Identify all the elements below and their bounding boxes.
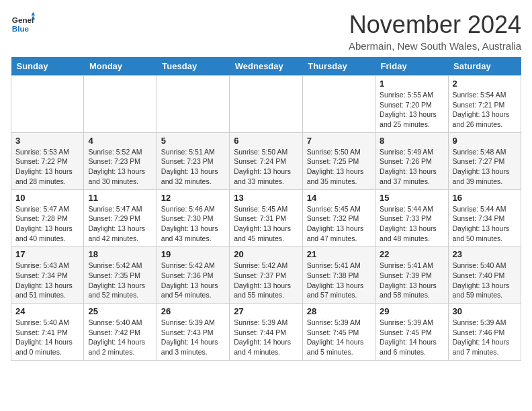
day-info: Sunrise: 5:47 AM Sunset: 7:29 PM Dayligh… <box>88 204 152 244</box>
calendar-cell: 23Sunrise: 5:40 AM Sunset: 7:40 PM Dayli… <box>448 246 521 304</box>
calendar-week-row: 17Sunrise: 5:43 AM Sunset: 7:34 PM Dayli… <box>11 246 521 304</box>
day-number: 22 <box>380 249 443 259</box>
day-info: Sunrise: 5:39 AM Sunset: 7:46 PM Dayligh… <box>453 318 517 357</box>
day-info: Sunrise: 5:48 AM Sunset: 7:27 PM Dayligh… <box>453 147 517 187</box>
title-block: November 2024 Abermain, New South Wales,… <box>349 11 521 52</box>
day-info: Sunrise: 5:41 AM Sunset: 7:39 PM Dayligh… <box>380 261 443 300</box>
day-number: 2 <box>453 79 517 89</box>
weekday-header-friday: Friday <box>375 57 448 76</box>
calendar-cell <box>230 76 302 133</box>
calendar-cell: 16Sunrise: 5:44 AM Sunset: 7:34 PM Dayli… <box>448 189 521 246</box>
calendar-cell: 22Sunrise: 5:41 AM Sunset: 7:39 PM Dayli… <box>375 246 448 304</box>
day-number: 17 <box>15 249 79 259</box>
location: Abermain, New South Wales, Australia <box>349 40 521 52</box>
calendar-cell: 29Sunrise: 5:39 AM Sunset: 7:45 PM Dayli… <box>375 304 448 361</box>
day-info: Sunrise: 5:40 AM Sunset: 7:40 PM Dayligh… <box>453 261 517 300</box>
calendar-cell: 8Sunrise: 5:49 AM Sunset: 7:26 PM Daylig… <box>375 132 448 189</box>
day-info: Sunrise: 5:40 AM Sunset: 7:42 PM Dayligh… <box>88 318 152 357</box>
calendar-cell: 27Sunrise: 5:39 AM Sunset: 7:44 PM Dayli… <box>230 304 302 361</box>
weekday-header-saturday: Saturday <box>448 57 521 76</box>
logo-icon: General Blue <box>11 11 35 35</box>
day-info: Sunrise: 5:45 AM Sunset: 7:31 PM Dayligh… <box>234 204 298 244</box>
day-number: 16 <box>453 193 517 203</box>
calendar-cell: 10Sunrise: 5:47 AM Sunset: 7:28 PM Dayli… <box>11 189 84 246</box>
calendar-cell: 15Sunrise: 5:44 AM Sunset: 7:33 PM Dayli… <box>375 189 448 246</box>
calendar-cell: 14Sunrise: 5:45 AM Sunset: 7:32 PM Dayli… <box>302 189 375 246</box>
calendar-cell: 19Sunrise: 5:42 AM Sunset: 7:36 PM Dayli… <box>157 246 229 304</box>
day-info: Sunrise: 5:46 AM Sunset: 7:30 PM Dayligh… <box>161 204 225 244</box>
day-number: 14 <box>307 193 371 203</box>
day-number: 11 <box>88 193 152 203</box>
day-number: 27 <box>234 306 298 316</box>
day-number: 19 <box>161 249 225 259</box>
day-info: Sunrise: 5:43 AM Sunset: 7:34 PM Dayligh… <box>15 261 79 300</box>
calendar-week-row: 10Sunrise: 5:47 AM Sunset: 7:28 PM Dayli… <box>11 189 521 246</box>
calendar-cell <box>302 76 375 133</box>
day-info: Sunrise: 5:41 AM Sunset: 7:38 PM Dayligh… <box>307 261 371 300</box>
calendar-cell: 1Sunrise: 5:55 AM Sunset: 7:20 PM Daylig… <box>375 76 448 133</box>
day-info: Sunrise: 5:42 AM Sunset: 7:37 PM Dayligh… <box>234 261 298 300</box>
day-info: Sunrise: 5:44 AM Sunset: 7:33 PM Dayligh… <box>380 204 443 244</box>
day-info: Sunrise: 5:40 AM Sunset: 7:41 PM Dayligh… <box>15 318 79 357</box>
day-info: Sunrise: 5:53 AM Sunset: 7:22 PM Dayligh… <box>15 147 79 187</box>
calendar-cell: 4Sunrise: 5:52 AM Sunset: 7:23 PM Daylig… <box>84 132 157 189</box>
day-number: 24 <box>15 306 79 316</box>
calendar-cell: 3Sunrise: 5:53 AM Sunset: 7:22 PM Daylig… <box>11 132 84 189</box>
day-info: Sunrise: 5:45 AM Sunset: 7:32 PM Dayligh… <box>307 204 371 244</box>
day-info: Sunrise: 5:49 AM Sunset: 7:26 PM Dayligh… <box>380 147 443 187</box>
calendar-cell: 6Sunrise: 5:50 AM Sunset: 7:24 PM Daylig… <box>230 132 302 189</box>
calendar-cell: 13Sunrise: 5:45 AM Sunset: 7:31 PM Dayli… <box>230 189 302 246</box>
day-number: 8 <box>380 136 443 146</box>
calendar-cell <box>84 76 157 133</box>
calendar-cell: 26Sunrise: 5:39 AM Sunset: 7:43 PM Dayli… <box>157 304 229 361</box>
calendar-week-row: 1Sunrise: 5:55 AM Sunset: 7:20 PM Daylig… <box>11 76 521 133</box>
weekday-header-tuesday: Tuesday <box>157 57 229 76</box>
day-number: 25 <box>88 306 152 316</box>
calendar-cell: 30Sunrise: 5:39 AM Sunset: 7:46 PM Dayli… <box>448 304 521 361</box>
svg-marker-2 <box>32 12 35 15</box>
day-number: 12 <box>161 193 225 203</box>
day-info: Sunrise: 5:39 AM Sunset: 7:43 PM Dayligh… <box>161 318 225 357</box>
day-number: 23 <box>453 249 517 259</box>
calendar-cell: 7Sunrise: 5:50 AM Sunset: 7:25 PM Daylig… <box>302 132 375 189</box>
calendar-cell: 24Sunrise: 5:40 AM Sunset: 7:41 PM Dayli… <box>11 304 84 361</box>
calendar-cell: 28Sunrise: 5:39 AM Sunset: 7:45 PM Dayli… <box>302 304 375 361</box>
day-info: Sunrise: 5:50 AM Sunset: 7:24 PM Dayligh… <box>234 147 298 187</box>
day-info: Sunrise: 5:47 AM Sunset: 7:28 PM Dayligh… <box>15 204 79 244</box>
calendar-cell: 18Sunrise: 5:42 AM Sunset: 7:35 PM Dayli… <box>84 246 157 304</box>
day-number: 18 <box>88 249 152 259</box>
day-info: Sunrise: 5:39 AM Sunset: 7:45 PM Dayligh… <box>307 318 371 357</box>
day-number: 29 <box>380 306 443 316</box>
calendar-week-row: 24Sunrise: 5:40 AM Sunset: 7:41 PM Dayli… <box>11 304 521 361</box>
day-number: 7 <box>307 136 371 146</box>
day-info: Sunrise: 5:50 AM Sunset: 7:25 PM Dayligh… <box>307 147 371 187</box>
day-number: 10 <box>15 193 79 203</box>
weekday-header-thursday: Thursday <box>302 57 375 76</box>
day-info: Sunrise: 5:55 AM Sunset: 7:20 PM Dayligh… <box>380 90 443 130</box>
calendar-cell: 9Sunrise: 5:48 AM Sunset: 7:27 PM Daylig… <box>448 132 521 189</box>
calendar-cell <box>157 76 229 133</box>
calendar-cell: 21Sunrise: 5:41 AM Sunset: 7:38 PM Dayli… <box>302 246 375 304</box>
calendar-cell: 12Sunrise: 5:46 AM Sunset: 7:30 PM Dayli… <box>157 189 229 246</box>
day-info: Sunrise: 5:42 AM Sunset: 7:35 PM Dayligh… <box>88 261 152 300</box>
day-number: 26 <box>161 306 225 316</box>
svg-text:Blue: Blue <box>12 24 30 33</box>
page-header: General Blue November 2024 Abermain, New… <box>11 11 521 52</box>
calendar-cell: 20Sunrise: 5:42 AM Sunset: 7:37 PM Dayli… <box>230 246 302 304</box>
day-number: 21 <box>307 249 371 259</box>
day-number: 15 <box>380 193 443 203</box>
day-number: 30 <box>453 306 517 316</box>
day-number: 5 <box>161 136 225 146</box>
day-number: 1 <box>380 79 443 89</box>
weekday-header-monday: Monday <box>84 57 157 76</box>
day-number: 28 <box>307 306 371 316</box>
calendar-week-row: 3Sunrise: 5:53 AM Sunset: 7:22 PM Daylig… <box>11 132 521 189</box>
calendar-cell <box>11 76 84 133</box>
calendar-cell: 25Sunrise: 5:40 AM Sunset: 7:42 PM Dayli… <box>84 304 157 361</box>
calendar-cell: 11Sunrise: 5:47 AM Sunset: 7:29 PM Dayli… <box>84 189 157 246</box>
calendar-cell: 5Sunrise: 5:51 AM Sunset: 7:23 PM Daylig… <box>157 132 229 189</box>
month-title: November 2024 <box>349 11 521 39</box>
calendar-cell: 2Sunrise: 5:54 AM Sunset: 7:21 PM Daylig… <box>448 76 521 133</box>
day-number: 9 <box>453 136 517 146</box>
weekday-header-wednesday: Wednesday <box>230 57 302 76</box>
